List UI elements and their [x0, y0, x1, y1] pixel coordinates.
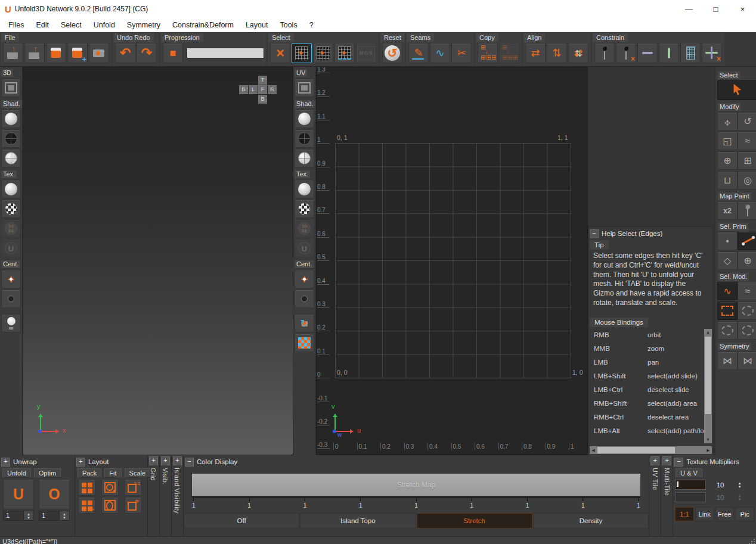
select-lasso-mode[interactable] — [738, 301, 756, 320]
vertical-scrollbar-thumb[interactable] — [705, 337, 711, 414]
scale-pixel-button[interactable] — [125, 497, 142, 514]
select-edges-mode[interactable] — [738, 232, 756, 250]
undo-button[interactable]: ↶ — [115, 43, 135, 63]
sphere-wrap-tool[interactable]: ⊕ — [717, 151, 738, 170]
constrain-horizontal-button[interactable] — [637, 43, 658, 63]
texture-multipliers-collapse-button[interactable]: − — [674, 458, 683, 467]
unwrap-expand-button[interactable]: + — [1, 458, 10, 467]
reset-button[interactable]: ↺ — [382, 43, 402, 63]
bindings-vertical-scrollbar[interactable] — [704, 329, 712, 443]
align-v-button[interactable]: ⇅ — [547, 43, 567, 63]
align-uv-button[interactable]: ⇄⇅ — [568, 43, 588, 63]
tab-u-and-v[interactable]: U & V — [676, 468, 702, 477]
tab-unfold[interactable]: Unfold — [2, 468, 31, 477]
paint-pin-tool[interactable] — [738, 201, 756, 220]
tab-mouse-bindings[interactable]: Mouse Bindings — [590, 318, 648, 327]
viewcube-top[interactable]: T — [258, 76, 267, 85]
center-pivot-button[interactable]: + — [1, 270, 21, 288]
pin-button[interactable] — [594, 43, 615, 63]
uv-lock-rotation-button[interactable]: ↻ — [295, 314, 314, 332]
uv-center-island-button[interactable]: + — [295, 290, 314, 308]
v-multiplier-slider[interactable] — [675, 492, 706, 502]
clamp-u-tool[interactable]: ⊔ — [717, 171, 738, 189]
align-u-button[interactable]: ⇄ — [525, 43, 546, 63]
texmult-1-1-button[interactable]: 1:1 — [675, 507, 694, 521]
menu-files[interactable]: Files — [2, 21, 30, 29]
uv-tile-panel-expand-button[interactable]: + — [650, 456, 659, 465]
uv-shade-smooth-button[interactable] — [295, 110, 314, 128]
pack-button[interactable] — [78, 479, 95, 496]
color-display-collapse-button[interactable]: − — [185, 458, 194, 467]
select-brush-mode[interactable]: ≈ — [738, 282, 756, 300]
scale-1to1-button[interactable] — [125, 479, 142, 496]
menu-tools[interactable]: Tools — [274, 21, 303, 29]
optim-iterations-spinner[interactable]: 1 — [39, 511, 70, 521]
menu-select[interactable]: Select — [55, 21, 88, 29]
uv-texture-digits-button[interactable] — [295, 219, 314, 238]
menu-layout[interactable]: Layout — [240, 21, 274, 29]
menu-unfold[interactable]: Unfold — [88, 21, 121, 29]
texture-checker-button[interactable] — [1, 200, 21, 218]
select-circle-mode[interactable] — [738, 321, 756, 340]
scroll-down-icon[interactable] — [704, 436, 712, 443]
grid-panel-expand-button[interactable]: + — [149, 456, 158, 465]
menu-item[interactable]: ? — [303, 21, 320, 29]
tab-fit[interactable]: Fit — [104, 468, 121, 477]
texture-none-button[interactable] — [1, 180, 21, 198]
u-multiplier-slider[interactable] — [675, 480, 706, 490]
stretch-map-bar[interactable]: Stretch Map — [192, 474, 640, 498]
select-edge-strip-button[interactable] — [334, 43, 355, 63]
move-tool[interactable]: ↔↕ — [717, 112, 738, 130]
uv-shade-wire-shaded-button[interactable] — [295, 149, 314, 167]
mode-density[interactable]: Density — [533, 513, 649, 529]
snapshot-button[interactable] — [89, 43, 109, 63]
fit-button[interactable] — [101, 479, 119, 496]
scale-tool[interactable]: ◱ — [717, 132, 738, 150]
mode-stretch[interactable]: Stretch — [417, 513, 532, 529]
constrain-grid-button[interactable] — [680, 43, 701, 63]
mode-off[interactable]: Off — [184, 513, 299, 529]
save-as-button[interactable]: + — [67, 43, 88, 63]
island-visibility-panel-expand-button[interactable]: + — [173, 456, 182, 465]
save-button[interactable] — [46, 43, 66, 63]
shade-wireframe-button[interactable] — [1, 129, 21, 148]
select-points-mode[interactable]: • — [717, 232, 738, 250]
scroll-left-icon[interactable] — [590, 446, 597, 454]
texmult-free-button[interactable]: Free — [715, 507, 735, 521]
select-islands-mode[interactable]: ⊕ — [738, 251, 756, 270]
maximize-button[interactable]: □ — [702, 0, 729, 18]
texmult-link-button[interactable]: Link — [695, 507, 714, 521]
select-tool[interactable] — [717, 80, 756, 100]
shade-wire-shaded-button[interactable] — [1, 149, 21, 167]
viewcube-left[interactable]: L — [249, 85, 258, 94]
constrain-remove-button[interactable]: × — [702, 43, 722, 63]
symmetry-mirror-button[interactable]: ⋈ — [717, 352, 738, 370]
tab-scale[interactable]: Scale — [125, 468, 151, 477]
density-x2-tool[interactable]: x2 — [717, 201, 738, 220]
tab-optim[interactable]: Optim — [34, 468, 61, 477]
viewcube-front[interactable]: F — [258, 85, 267, 94]
clamp-ring-tool[interactable]: ◎ — [738, 171, 756, 189]
fit-ellipse-button[interactable] — [101, 497, 119, 514]
select-slide-mode[interactable]: ∿ — [717, 282, 738, 300]
u-multiplier-value[interactable]: 10 — [708, 481, 732, 489]
select-path-mode[interactable] — [717, 321, 738, 340]
help-collapse-button[interactable]: − — [590, 229, 599, 238]
unfold-iterations-value[interactable]: 1 — [3, 511, 24, 521]
unfold-button[interactable]: U — [3, 479, 34, 509]
uv-shade-wireframe-button[interactable] — [295, 129, 314, 148]
layout-expand-button[interactable]: + — [76, 458, 85, 467]
resize-grip-icon[interactable] — [748, 538, 755, 544]
texture-custom-button[interactable] — [1, 239, 21, 257]
headlight-button[interactable] — [1, 314, 21, 332]
select-faces-mode[interactable]: ◇ — [717, 251, 738, 270]
open-file-button[interactable] — [3, 43, 23, 63]
constrain-vertical-button[interactable] — [659, 43, 679, 63]
select-rectangle-mode[interactable] — [717, 301, 738, 320]
center-object-button[interactable]: + — [1, 290, 21, 308]
open-uv-button[interactable] — [24, 43, 45, 63]
uv-center-pivot-button[interactable]: + — [295, 270, 314, 288]
copy-symmetry-button[interactable] — [499, 43, 519, 63]
stop-button[interactable]: ■ — [163, 43, 183, 63]
u-multiplier-spinner[interactable] — [735, 481, 745, 489]
